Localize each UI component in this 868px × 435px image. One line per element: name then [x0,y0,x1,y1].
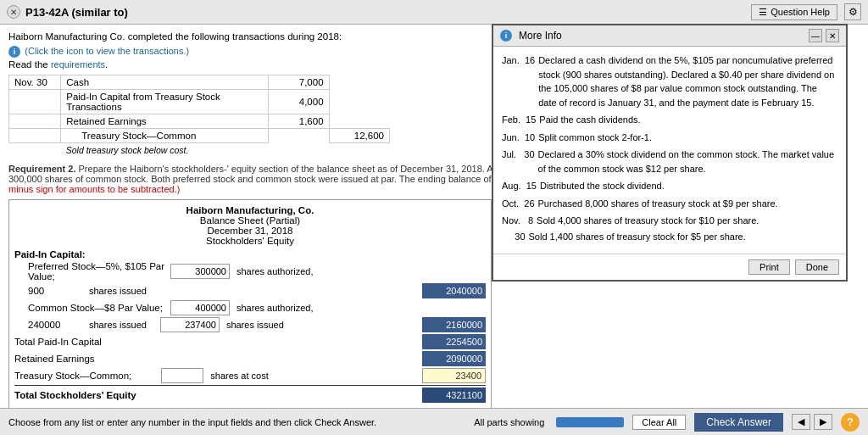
common-auth-text: shares authorized, [236,303,314,313]
table-row: Nov. 30 Cash 7,000 [9,75,390,90]
entry-date: 30 [502,230,526,244]
common-value: 2160000 [422,317,486,332]
modal-entry: Jul. 30 Declared a 30% stock dividend on… [502,148,837,176]
bs-company: Haiborn Manufacturing, Co. [14,205,486,215]
preferred-value: 2040000 [422,283,486,298]
common-authorized-input[interactable] [170,300,230,315]
entry-date: Jun. 10 [502,131,535,145]
modal-footer: Print Done [493,254,846,280]
entry-date: Jul. 30 [502,148,535,176]
entry-text: Distributed the stock dividend. [540,179,665,193]
check-answer-button[interactable]: Check Answer [694,413,783,432]
gear-icon: ⚙ [849,6,858,18]
common-shares: 240000 [14,320,82,330]
entry-text: Declared a cash dividend on the 5%, $105… [538,53,837,109]
close-button[interactable]: ✕ [7,5,20,19]
modal-minimize-button[interactable]: — [809,29,822,42]
modal-body: Jan. 16 Declared a cash dividend on the … [493,47,846,254]
preferred-shares-text: shares issued [89,286,147,296]
modal-entry: 30 Sold 1,400 shares of treasury stock f… [502,230,837,244]
table-row: Retained Earnings 1,600 [9,114,390,129]
entry-date: Oct. 26 [502,197,535,211]
common-shares-text: shares issued [89,320,147,330]
treasury-shares-input[interactable] [161,368,203,383]
retained-earnings-value: 2090000 [422,351,486,366]
help-button[interactable]: ? [841,413,860,432]
preferred-authorized-input[interactable] [170,264,230,279]
journal-debit: 4,000 [269,90,329,114]
common-issued-input[interactable] [160,317,220,332]
bottom-bar: Choose from any list or enter any number… [0,408,868,435]
journal-date [9,114,61,129]
prev-button[interactable]: ◀ [792,414,810,430]
modal-title: More Info [519,30,562,42]
journal-credit [329,114,389,129]
transactions-link[interactable]: (Click the icon to view the transactions… [25,46,189,56]
modal-entry: Jun. 10 Split common stock 2-for-1. [502,131,837,145]
journal-date [9,129,61,143]
total-paid-in-label: Total Paid-In Capital [14,337,419,347]
journal-credit [329,75,389,90]
paid-in-capital-label: Paid-In Capital: [14,249,86,259]
entry-text: Paid the cash dividends. [539,113,640,127]
title-bar: ✕ P13-42A (similar to) ☰ Question Help ⚙ [0,0,868,25]
journal-credit [329,90,389,114]
list-icon: ☰ [759,7,767,18]
journal-debit [269,129,329,143]
journal-note: Sold treasury stock below cost. [61,143,269,158]
treasury-shares-text: shares at cost [210,371,268,381]
modal-entry: Oct. 26 Purchased 8,000 shares of treasu… [502,197,837,211]
journal-date [9,90,61,114]
gear-button[interactable]: ⚙ [844,3,861,20]
clear-all-button[interactable]: Clear All [632,415,686,430]
entry-date: Feb. 15 [502,113,536,127]
journal-debit: 7,000 [269,75,329,90]
balance-sheet: Haiborn Manufacturing, Co. Balance Sheet… [8,199,492,409]
journal-credit: 12,600 [329,129,389,143]
entry-text: Declared a 30% stock dividend on the com… [538,148,837,176]
more-info-modal: i More Info — ✕ Jan. 16 Declared a cash … [492,24,848,282]
done-button[interactable]: Done [795,259,839,275]
journal-table: Nov. 30 Cash 7,000 Paid-In Capital from … [8,75,390,157]
total-equity-label: Total Stockholders' Equity [14,390,419,400]
page-title: P13-42A (similar to) [25,6,128,19]
preferred-shares: 900 [14,286,82,296]
modal-header: i More Info — ✕ [493,25,846,47]
entry-text: Sold 4,000 shares of treasury stock for … [537,214,759,228]
treasury-stock-label: Treasury Stock—Common; [14,371,158,381]
bs-section: Stockholders' Equity [14,236,486,246]
choose-text: Choose from any list or enter any number… [8,417,465,427]
print-button[interactable]: Print [748,259,790,275]
entry-text: Split common stock 2-for-1. [538,131,652,145]
bs-title: Balance Sheet (Partial) [14,215,486,226]
info-icon: i [8,46,20,58]
table-row: Paid-In Capital from Treasury Stock Tran… [9,90,390,114]
journal-desc: Paid-In Capital from Treasury Stock Tran… [61,90,269,114]
question-help-button[interactable]: ☰ Question Help [751,4,837,20]
retained-earnings-label: Retained Earnings [14,354,419,364]
common-stock-label: Common Stock—$8 Par Value; [14,303,167,313]
entry-text: Purchased 8,000 shares of treasury stock… [538,197,778,211]
modal-close-button[interactable]: ✕ [826,29,839,42]
progress-bar [556,417,624,427]
table-row: Sold treasury stock below cost. [9,143,390,158]
journal-desc: Treasury Stock—Common [61,129,269,143]
modal-entry: Aug. 15 Distributed the stock dividend. [502,179,837,193]
common-issued-text: shares issued [226,320,284,330]
modal-entry: Jan. 16 Declared a cash dividend on the … [502,53,837,109]
journal-desc: Retained Earnings [61,114,269,129]
table-row: Treasury Stock—Common 12,600 [9,129,390,143]
entry-text: Sold 1,400 shares of treasury stock for … [529,230,746,244]
journal-debit: 1,600 [269,114,329,129]
entry-date: Jan. 16 [502,53,535,109]
next-button[interactable]: ▶ [814,414,832,430]
entry-date: Aug. 15 [502,179,537,193]
requirements-link[interactable]: requirements [51,59,105,70]
journal-date: Nov. 30 [9,75,61,90]
total-paid-in-value: 2254500 [422,334,486,349]
journal-desc: Cash [61,75,269,90]
treasury-value: 23400 [422,368,486,383]
modal-entry: Nov. 8 Sold 4,000 shares of treasury sto… [502,214,837,228]
total-equity-value: 4321100 [422,388,486,403]
preferred-stock-label: Preferred Stock—5%, $105 Par Value; [14,261,167,282]
